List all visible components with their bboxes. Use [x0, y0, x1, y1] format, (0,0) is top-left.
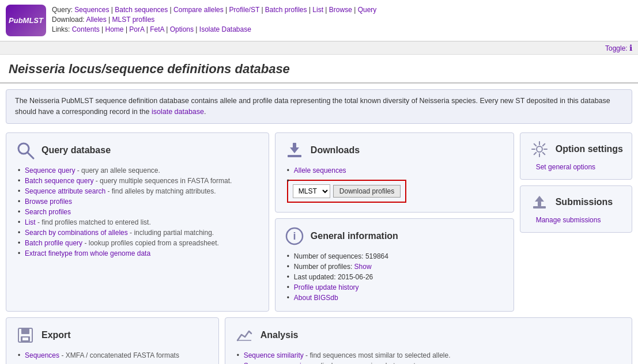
set-general-options-link[interactable]: Set general options — [529, 163, 623, 171]
svg-rect-4 — [293, 143, 296, 150]
profile-update-history-link[interactable]: Profile update history — [294, 283, 359, 291]
svg-rect-18 — [538, 202, 541, 206]
svg-text:i: i — [293, 230, 296, 242]
right-panels: Option settings Set general options Subm… — [517, 130, 635, 314]
upload-icon — [529, 192, 550, 213]
nav-isolate-database[interactable]: Isolate Database — [199, 25, 251, 33]
list-item: Sequence comparison - display a comparis… — [237, 362, 623, 365]
svg-line-12 — [534, 143, 536, 146]
sequence-similarity-link[interactable]: Sequence similarity — [244, 351, 304, 359]
bottom-panels: Export Sequences - XMFA / concatenated F… — [3, 314, 635, 365]
general-info-panel-header: i General information — [284, 226, 505, 247]
nav-mlst-profiles[interactable]: MLST profiles — [112, 16, 155, 24]
query-label: Query: — [52, 6, 73, 14]
nav-alleles[interactable]: Alleles — [86, 16, 106, 24]
profiles-count-text: Number of profiles: — [294, 263, 354, 271]
search-profiles-link[interactable]: Search profiles — [25, 208, 71, 216]
pubmlst-logo[interactable]: PubMLST — [6, 5, 46, 36]
export-panel-title: Export — [41, 330, 71, 340]
similarity-desc: - find sequences most similar to selecte… — [305, 351, 450, 359]
export-list: Sequences - XMFA / concatenated FASTA fo… — [15, 351, 210, 359]
toggle-label: Toggle: — [605, 44, 628, 52]
nav-batch-profiles[interactable]: Batch profiles — [265, 6, 307, 14]
description-text: The Neisseria PubMLST sequence definitio… — [15, 97, 610, 116]
nav-contents[interactable]: Contents — [72, 25, 100, 33]
download-nav-row: Download: Alleles | MLST profiles — [52, 16, 632, 24]
nav-home[interactable]: Home — [105, 25, 124, 33]
list-item: Number of sequences: 519864 — [287, 252, 505, 260]
list-item: Batch profile query - lookup profiles co… — [18, 239, 260, 247]
nav-sequences[interactable]: Sequences — [74, 6, 109, 14]
general-info-panel: i General information Number of sequence… — [275, 218, 514, 312]
options-panel-header: Option settings — [529, 139, 623, 160]
nav-options[interactable]: Options — [170, 25, 194, 33]
last-updated: Last updated: 2015-06-26 — [294, 273, 373, 281]
list-item: About BIGSdb — [287, 294, 505, 302]
query-panel-title: Query database — [41, 145, 111, 156]
links-label: Links: — [52, 25, 70, 33]
gear-icon — [529, 139, 550, 160]
extract-finetype-link[interactable]: Extract finetype from whole genome data — [25, 249, 150, 257]
logo-text: PubMLST — [9, 16, 43, 25]
list-item: Search by combinations of alleles - incl… — [18, 229, 260, 237]
download-label: Download: — [52, 16, 85, 24]
general-info-title: General information — [311, 231, 398, 241]
list-item: Sequences - XMFA / concatenated FASTA fo… — [18, 351, 210, 359]
svg-point-7 — [537, 146, 542, 152]
search-icon — [15, 140, 36, 161]
nav-list[interactable]: List — [312, 6, 323, 14]
chart-icon — [234, 325, 255, 346]
isolate-db-link[interactable]: isolate database — [152, 108, 204, 116]
sequences-export-link[interactable]: Sequences — [25, 351, 59, 359]
list-link[interactable]: List — [25, 218, 36, 226]
analysis-panel-title: Analysis — [261, 330, 299, 340]
nav-batch-sequences[interactable]: Batch sequences — [115, 6, 168, 14]
downloads-panel: Downloads Allele sequences MLST Download… — [275, 132, 514, 213]
links-nav-row: Links: Contents | Home | PorA | FetA | O… — [52, 25, 632, 33]
export-panel: Export Sequences - XMFA / concatenated F… — [6, 317, 219, 365]
svg-rect-16 — [533, 206, 546, 208]
list-item: Last updated: 2015-06-26 — [287, 273, 505, 281]
nav-browse[interactable]: Browse — [329, 6, 352, 14]
nav-feta[interactable]: FetA — [150, 25, 164, 33]
nav-pora[interactable]: PorA — [129, 25, 144, 33]
manage-submissions-link[interactable]: Manage submissions — [529, 216, 623, 224]
submissions-panel-title: Submissions — [556, 197, 613, 207]
mlst-select[interactable]: MLST — [293, 184, 330, 198]
show-profiles-link[interactable]: Show — [354, 263, 372, 271]
options-panel-title: Option settings — [556, 144, 623, 154]
about-bigsdb-link[interactable]: About BIGSdb — [294, 294, 338, 302]
allele-sequences-item: Allele sequences — [287, 166, 505, 175]
batch-profile-query-link[interactable]: Batch profile query — [25, 239, 82, 247]
list-item: List - find profiles matched to entered … — [18, 218, 260, 226]
download-profiles-button[interactable]: Download profiles — [333, 185, 401, 198]
batch-sequence-query-link[interactable]: Batch sequence query — [25, 177, 93, 185]
query-database-panel: Query database Sequence query - query an… — [6, 132, 269, 312]
list-item: Extract finetype from whole genome data — [18, 249, 260, 257]
save-icon — [15, 325, 36, 346]
sequence-comparison-link[interactable]: Sequence comparison — [244, 362, 312, 365]
nav-compare-alleles[interactable]: Compare alleles — [173, 6, 224, 14]
downloads-panel-header: Downloads — [284, 140, 505, 161]
sequence-query-link[interactable]: Sequence query — [25, 166, 75, 175]
browse-profiles-link[interactable]: Browse profiles — [25, 198, 72, 206]
svg-rect-2 — [288, 155, 301, 157]
nav-profile-st[interactable]: Profile/ST — [229, 6, 259, 14]
search-combinations-link[interactable]: Search by combinations of alleles — [25, 229, 128, 237]
list-item: Number of profiles: Show — [287, 263, 505, 271]
list-item: Browse profiles — [18, 198, 260, 206]
description-end: . — [204, 108, 206, 116]
export-panel-header: Export — [15, 325, 210, 346]
page-description: The Neisseria PubMLST sequence definitio… — [6, 89, 632, 124]
nav-links: Query: Sequences | Batch sequences | Com… — [52, 5, 632, 35]
svg-line-14 — [542, 143, 545, 146]
page-title: Neisseria locus/sequence definitions dat… — [9, 62, 629, 77]
toggle-icon[interactable]: ℹ — [629, 43, 632, 52]
allele-sequences-link[interactable]: Allele sequences — [294, 166, 346, 175]
sequences-export-desc: - XMFA / concatenated FASTA formats — [61, 351, 179, 359]
toggle-bar: Toggle: ℹ — [0, 41, 638, 55]
download-icon — [284, 140, 305, 161]
list-item: Sequence query - query an allele sequenc… — [18, 166, 260, 175]
nav-query[interactable]: Query — [358, 6, 377, 14]
sequence-attribute-search-link[interactable]: Sequence attribute search — [25, 187, 105, 195]
